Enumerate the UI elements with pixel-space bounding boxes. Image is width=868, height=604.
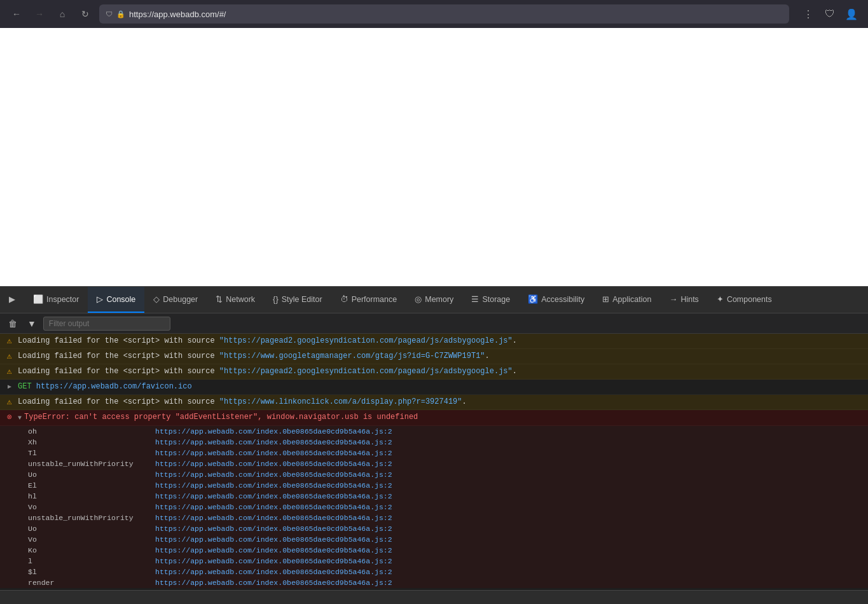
msg-url-4[interactable]: "https://www.linkonclick.com/a/display.p… (219, 397, 462, 406)
stack-row-dollar-l: $l https://app.webadb.com/index.0be0865d… (0, 566, 868, 577)
stack-file-l[interactable]: https://app.webadb.com/index.0be0865dae0… (155, 557, 392, 565)
stack-fn-el: El (28, 481, 155, 490)
msg-url-1[interactable]: "https://pagead2.googlesyndication.com/p… (219, 336, 513, 345)
application-label: Application (612, 295, 651, 304)
stack-file-hl[interactable]: https://app.webadb.com/index.0be0865dae0… (155, 492, 392, 500)
back-button[interactable]: ← (8, 5, 25, 23)
stack-row-el: El https://app.webadb.com/index.0be0865d… (0, 480, 868, 491)
memory-label: Memory (425, 295, 453, 304)
storage-icon: ☰ (471, 294, 479, 304)
tab-components[interactable]: ✦ Components (708, 287, 781, 313)
tab-hints[interactable]: → Hints (660, 287, 707, 313)
stack-file-uo1[interactable]: https://app.webadb.com/index.0be0865dae0… (155, 470, 392, 479)
performance-label: Performance (352, 295, 397, 304)
network-icon: ⇅ (216, 294, 223, 304)
stack-file-vo2[interactable]: https://app.webadb.com/index.0be0865dae0… (155, 535, 392, 544)
stack-fn-vo2: Vo (28, 535, 155, 544)
stack-file-unstable2[interactable]: https://app.webadb.com/index.0be0865dae0… (155, 514, 392, 522)
clear-console-button[interactable]: 🗑 (5, 317, 20, 331)
stack-row-hl: hl https://app.webadb.com/index.0be0865d… (0, 491, 868, 502)
tab-application[interactable]: ⊞ Application (593, 287, 660, 313)
msg-text-get: GET https://app.webadb.com/favicon.ico (18, 381, 863, 392)
browser-toolbar-right: ⋮ 🛡 👤 (799, 5, 860, 23)
tab-memory[interactable]: ◎ Memory (406, 287, 462, 313)
tab-storage[interactable]: ☰ Storage (462, 287, 519, 313)
stack-row-tl: Tl https://app.webadb.com/index.0be0865d… (0, 448, 868, 458)
forward-button[interactable]: → (31, 5, 48, 23)
performance-icon: ⏱ (340, 294, 348, 304)
expand-arrow-get[interactable]: ▶ (4, 382, 15, 392)
devtools-statusbar (0, 590, 868, 604)
devtools-tabs: ▶ ⬜ Inspector ▷ Console ◇ Debugger ⇅ Net… (0, 287, 868, 313)
reload-button[interactable]: ↻ (76, 5, 94, 23)
stack-fn-uo2: Uo (28, 525, 155, 533)
tab-performance[interactable]: ⏱ Performance (331, 287, 406, 313)
msg-text-error: TypeError: can't access property "addEve… (24, 412, 863, 422)
stack-file-unstable1[interactable]: https://app.webadb.com/index.0be0865dae0… (155, 460, 392, 468)
stack-row-ko: Ko https://app.webadb.com/index.0be0865d… (0, 545, 868, 556)
stack-fn-oh: oh (28, 427, 155, 436)
console-icon: ▷ (97, 294, 103, 304)
console-message-warning-1: ⚠ Loading failed for the <script> with s… (0, 334, 868, 349)
stack-file-render[interactable]: https://app.webadb.com/index.0be0865dae0… (155, 579, 392, 587)
stack-fn-tl: Tl (28, 449, 155, 457)
get-method: GET (18, 382, 36, 391)
warning-icon-2: ⚠ (4, 352, 15, 362)
msg-url-2[interactable]: "https://www.googletagmanager.com/gtag/j… (219, 352, 485, 360)
lock-icon: 🔒 (116, 10, 125, 18)
warning-icon-3: ⚠ (4, 367, 15, 377)
stack-fn-unstable2: unstable_runWithPriority (28, 514, 155, 522)
shield-status-icon[interactable]: 🛡 (821, 5, 839, 23)
get-url[interactable]: https://app.webadb.com/favicon.ico (36, 382, 192, 391)
stack-row-xh: Xh https://app.webadb.com/index.0be0865d… (0, 437, 868, 448)
stack-file-oh[interactable]: https://app.webadb.com/index.0be0865dae0… (155, 427, 392, 436)
stack-row-unstable2: unstable_runWithPriority https://app.web… (0, 512, 868, 523)
msg-text-4: Loading failed for the <script> with sou… (18, 397, 863, 407)
stack-file-vo1[interactable]: https://app.webadb.com/index.0be0865dae0… (155, 503, 392, 511)
style-editor-icon: {} (273, 294, 279, 304)
stack-fn-unstable1: unstable_runWithPriority (28, 460, 155, 468)
page-content (0, 28, 868, 286)
stack-file-el[interactable]: https://app.webadb.com/index.0be0865dae0… (155, 481, 392, 490)
msg-url-3[interactable]: "https://pagead2.googlesyndication.com/p… (219, 367, 513, 376)
stack-file-ko[interactable]: https://app.webadb.com/index.0be0865dae0… (155, 546, 392, 554)
home-button[interactable]: ⌂ (53, 5, 71, 23)
devtools-panel: ▶ ⬜ Inspector ▷ Console ◇ Debugger ⇅ Net… (0, 286, 868, 604)
network-label: Network (226, 295, 255, 304)
components-label: Components (727, 295, 772, 304)
stack-file-uo2[interactable]: https://app.webadb.com/index.0be0865dae0… (155, 525, 392, 533)
error-expand-arrow[interactable]: ▼ (18, 413, 22, 423)
components-icon: ✦ (717, 294, 724, 304)
stack-fn-l: l (28, 557, 155, 565)
devtools-tab-pick[interactable]: ▶ (0, 287, 24, 313)
extensions-button[interactable]: ⋮ (799, 5, 817, 23)
address-bar[interactable]: 🛡 🔒 https://app.webadb.com/#/ (99, 4, 789, 24)
console-toolbar: 🗑 ▼ (0, 313, 868, 334)
console-messages: ⚠ Loading failed for the <script> with s… (0, 334, 868, 590)
firefox-account-icon[interactable]: 👤 (843, 5, 860, 23)
stack-row-unstable1: unstable_runWithPriority https://app.web… (0, 458, 868, 469)
console-message-warning-2: ⚠ Loading failed for the <script> with s… (0, 349, 868, 364)
inspector-icon: ⬜ (33, 294, 43, 304)
tab-style-editor[interactable]: {} Style Editor (264, 287, 331, 313)
stack-fn-uo1: Uo (28, 470, 155, 479)
msg-text-1: Loading failed for the <script> with sou… (18, 336, 863, 346)
application-icon: ⊞ (602, 294, 609, 304)
stack-row-vo1: Vo https://app.webadb.com/index.0be0865d… (0, 502, 868, 512)
stack-row-uo1: Uo https://app.webadb.com/index.0be0865d… (0, 469, 868, 480)
stack-row-vo2: Vo https://app.webadb.com/index.0be0865d… (0, 534, 868, 545)
tab-console[interactable]: ▷ Console (88, 287, 144, 313)
stack-row-oh: oh https://app.webadb.com/index.0be0865d… (0, 426, 868, 437)
console-label: Console (106, 295, 135, 304)
tab-network[interactable]: ⇅ Network (207, 287, 264, 313)
pick-icon: ▶ (9, 294, 15, 304)
tab-inspector[interactable]: ⬜ Inspector (24, 287, 88, 313)
stack-file-dollar-l[interactable]: https://app.webadb.com/index.0be0865dae0… (155, 568, 392, 576)
stack-row-uo2: Uo https://app.webadb.com/index.0be0865d… (0, 523, 868, 534)
accessibility-label: Accessibility (541, 295, 584, 304)
tab-accessibility[interactable]: ♿ Accessibility (519, 287, 593, 313)
stack-file-tl[interactable]: https://app.webadb.com/index.0be0865dae0… (155, 449, 392, 457)
tab-debugger[interactable]: ◇ Debugger (144, 287, 207, 313)
filter-input[interactable] (43, 317, 170, 331)
stack-file-xh[interactable]: https://app.webadb.com/index.0be0865dae0… (155, 438, 392, 446)
